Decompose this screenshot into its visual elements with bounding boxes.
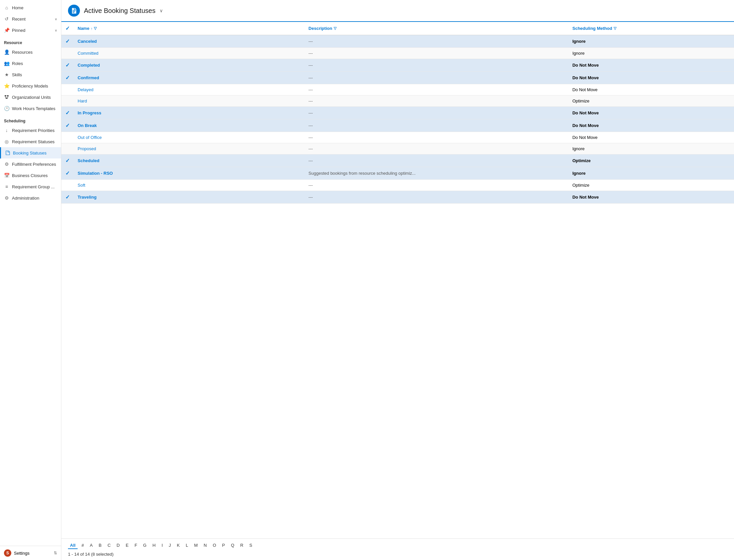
alpha-nav-button[interactable]: G xyxy=(141,542,149,549)
table-row[interactable]: ✓Canceled---Ignore xyxy=(61,35,734,48)
sidebar-item-work-hours-templates[interactable]: 🕐 Work Hours Templates xyxy=(0,103,61,114)
row-name[interactable]: In Progress xyxy=(74,107,304,119)
table-row[interactable]: Soft---Optimize xyxy=(61,180,734,191)
row-check[interactable] xyxy=(61,95,74,107)
sidebar-item-proficiency-models[interactable]: ⭐ Proficiency Models xyxy=(0,80,61,92)
row-check[interactable]: ✓ xyxy=(61,191,74,204)
sidebar-item-requirement-group[interactable]: ≡ Requirement Group ... xyxy=(0,181,61,192)
alpha-nav-button[interactable]: F xyxy=(133,542,139,549)
sidebar-item-pinned[interactable]: 📌 Pinned ∨ xyxy=(0,25,61,36)
row-name[interactable]: Soft xyxy=(74,180,304,191)
alpha-nav-button[interactable]: B xyxy=(97,542,104,549)
table-row[interactable]: ✓Traveling---Do Not Move xyxy=(61,191,734,204)
row-name-link[interactable]: Soft xyxy=(78,183,85,188)
sidebar-item-home[interactable]: ⌂ Home xyxy=(0,2,61,13)
alpha-nav-button[interactable]: O xyxy=(211,542,218,549)
table-row[interactable]: ✓Completed---Do Not Move xyxy=(61,59,734,72)
row-name-link[interactable]: Out of Office xyxy=(78,135,102,140)
sidebar-item-requirement-priorities[interactable]: ↓ Requirement Priorities xyxy=(0,125,61,136)
alpha-nav-button[interactable]: I xyxy=(159,542,165,549)
alpha-nav-button[interactable]: P xyxy=(220,542,227,549)
row-name-link[interactable]: Traveling xyxy=(78,195,96,200)
sidebar-item-resources[interactable]: 👤 Resources xyxy=(0,46,61,58)
row-check[interactable]: ✓ xyxy=(61,167,74,180)
table-row[interactable]: Proposed---Ignore xyxy=(61,143,734,155)
alpha-nav-button[interactable]: C xyxy=(105,542,112,549)
filter-icon-description[interactable]: ▽ xyxy=(334,26,336,31)
table-row[interactable]: Delayed---Do Not Move xyxy=(61,84,734,95)
table-row[interactable]: ✓In Progress---Do Not Move xyxy=(61,107,734,119)
row-name-link[interactable]: On Break xyxy=(78,123,97,128)
alpha-nav-button[interactable]: A xyxy=(88,542,95,549)
row-name-link[interactable]: Simulation - RSO xyxy=(78,171,113,176)
alpha-nav-button[interactable]: R xyxy=(238,542,245,549)
col-header-check[interactable]: ✓ xyxy=(61,22,74,35)
sidebar-item-fulfillment-preferences[interactable]: ⚙ Fulfillment Preferences xyxy=(0,158,61,170)
row-name[interactable]: Completed xyxy=(74,59,304,72)
sidebar-item-business-closures[interactable]: 📅 Business Closures xyxy=(0,170,61,181)
table-row[interactable]: ✓Simulation - RSOSuggested bookings from… xyxy=(61,167,734,180)
row-check[interactable] xyxy=(61,132,74,143)
alpha-nav-button[interactable]: K xyxy=(175,542,182,549)
row-name-link[interactable]: Canceled xyxy=(78,39,97,44)
row-name[interactable]: Delayed xyxy=(74,84,304,95)
row-name[interactable]: Scheduled xyxy=(74,155,304,167)
alpha-nav-button[interactable]: E xyxy=(124,542,131,549)
row-check[interactable]: ✓ xyxy=(61,59,74,72)
table-row[interactable]: Out of Office---Do Not Move xyxy=(61,132,734,143)
row-name-link[interactable]: Committed xyxy=(78,51,98,56)
row-name[interactable]: Confirmed xyxy=(74,72,304,84)
sidebar-item-skills[interactable]: ★ Skills xyxy=(0,69,61,80)
row-check[interactable]: ✓ xyxy=(61,35,74,48)
alpha-nav-button[interactable]: # xyxy=(80,542,86,549)
row-check[interactable]: ✓ xyxy=(61,72,74,84)
alpha-nav-button[interactable]: M xyxy=(192,542,200,549)
alpha-nav-button[interactable]: All xyxy=(68,542,78,549)
row-check[interactable]: ✓ xyxy=(61,155,74,167)
row-name[interactable]: Canceled xyxy=(74,35,304,48)
row-name[interactable]: Hard xyxy=(74,95,304,107)
row-check[interactable] xyxy=(61,84,74,95)
alpha-nav-button[interactable]: J xyxy=(167,542,173,549)
table-row[interactable]: Committed---Ignore xyxy=(61,48,734,59)
alpha-nav-button[interactable]: Q xyxy=(229,542,236,549)
filter-icon-method[interactable]: ▽ xyxy=(614,26,616,31)
alpha-nav-button[interactable]: H xyxy=(151,542,157,549)
row-check[interactable] xyxy=(61,143,74,155)
col-header-scheduling-method[interactable]: Scheduling Method ▽ xyxy=(569,22,734,35)
sort-icon[interactable]: ↑ xyxy=(91,27,92,31)
row-name-link[interactable]: Hard xyxy=(78,98,87,103)
row-check[interactable]: ✓ xyxy=(61,119,74,132)
row-name-link[interactable]: In Progress xyxy=(78,110,101,115)
table-row[interactable]: ✓On Break---Do Not Move xyxy=(61,119,734,132)
row-check[interactable] xyxy=(61,48,74,59)
row-check[interactable] xyxy=(61,180,74,191)
sidebar-item-organizational-units[interactable]: Organizational Units xyxy=(0,92,61,103)
row-name[interactable]: Proposed xyxy=(74,143,304,155)
header-dropdown-chevron[interactable]: ∨ xyxy=(159,8,163,13)
row-name-link[interactable]: Confirmed xyxy=(78,75,99,80)
col-header-name[interactable]: Name ↑ ▽ xyxy=(74,22,304,35)
sidebar-item-roles[interactable]: 👥 Roles xyxy=(0,58,61,69)
alpha-nav-button[interactable]: L xyxy=(184,542,190,549)
row-name[interactable]: On Break xyxy=(74,119,304,132)
row-name-link[interactable]: Scheduled xyxy=(78,158,99,163)
sidebar-item-requirement-statuses[interactable]: ◎ Requirement Statuses xyxy=(0,136,61,147)
table-row[interactable]: Hard---Optimize xyxy=(61,95,734,107)
sidebar-item-booking-statuses[interactable]: Booking Statuses xyxy=(0,147,61,158)
row-name[interactable]: Committed xyxy=(74,48,304,59)
row-check[interactable]: ✓ xyxy=(61,107,74,119)
table-row[interactable]: ✓Confirmed---Do Not Move xyxy=(61,72,734,84)
table-row[interactable]: ✓Scheduled---Optimize xyxy=(61,155,734,167)
row-name-link[interactable]: Proposed xyxy=(78,146,96,151)
alpha-nav-button[interactable]: D xyxy=(115,542,122,549)
row-name[interactable]: Out of Office xyxy=(74,132,304,143)
sidebar-item-recent[interactable]: ↺ Recent ∨ xyxy=(0,13,61,25)
row-name-link[interactable]: Delayed xyxy=(78,87,93,92)
settings-item[interactable]: S Settings ⇅ xyxy=(0,546,61,560)
alpha-nav-button[interactable]: S xyxy=(247,542,254,549)
filter-icon-name[interactable]: ▽ xyxy=(94,26,96,31)
row-name[interactable]: Simulation - RSO xyxy=(74,167,304,180)
col-header-description[interactable]: Description ▽ xyxy=(304,22,569,35)
sidebar-item-administration[interactable]: ⚙ Administration xyxy=(0,192,61,204)
